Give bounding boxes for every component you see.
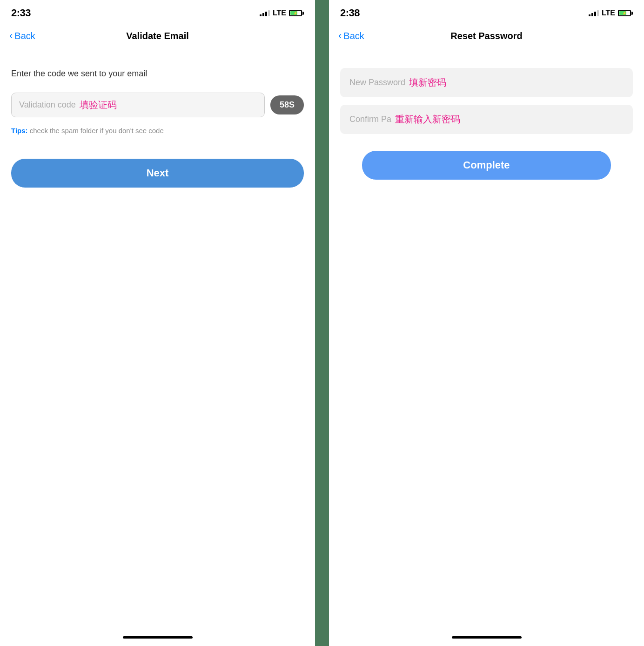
new-password-placeholder: New Password bbox=[349, 78, 405, 87]
back-button-left[interactable]: ‹ Back bbox=[9, 30, 35, 42]
validation-annotation: 填验证码 bbox=[80, 99, 117, 111]
screen-divider bbox=[315, 0, 329, 646]
home-indicator-left bbox=[0, 636, 315, 646]
back-button-right[interactable]: ‹ Back bbox=[338, 30, 364, 42]
new-password-annotation: 填新密码 bbox=[409, 76, 446, 89]
back-label-left: Back bbox=[14, 31, 35, 41]
home-indicator-right bbox=[329, 636, 644, 646]
lte-label-right: LTE bbox=[602, 9, 615, 17]
nav-bar-right: ‹ Back Reset Password bbox=[329, 24, 644, 51]
confirm-password-annotation: 重新输入新密码 bbox=[395, 113, 460, 126]
status-icons-left: LTE ⚡ bbox=[260, 9, 304, 17]
lte-label-left: LTE bbox=[273, 9, 286, 17]
tips-body: check the spam folder if you don't see c… bbox=[28, 127, 164, 135]
tips-label: Tips: bbox=[11, 127, 28, 135]
reset-password-screen: 2:38 LTE ⚡ ‹ Back Reset Password bbox=[329, 0, 644, 646]
nav-title-left: Validate Email bbox=[126, 31, 189, 41]
timer-badge[interactable]: 58S bbox=[270, 95, 304, 114]
confirm-password-placeholder: Confirm Pa bbox=[349, 114, 391, 124]
back-label-right: Back bbox=[343, 31, 364, 41]
validate-email-screen: 2:33 LTE ⚡ ‹ Back Validate Email bbox=[0, 0, 315, 646]
complete-button[interactable]: Complete bbox=[362, 151, 611, 180]
signal-icon-left bbox=[260, 10, 270, 16]
validation-row: Validation code 填验证码 58S bbox=[11, 93, 304, 117]
battery-icon-right: ⚡ bbox=[618, 10, 633, 16]
time-right: 2:38 bbox=[340, 7, 360, 19]
signal-icon-right bbox=[589, 10, 599, 16]
status-bar-right: 2:38 LTE ⚡ bbox=[329, 0, 644, 24]
new-password-input[interactable]: New Password 填新密码 bbox=[340, 68, 633, 97]
home-bar-right bbox=[452, 636, 522, 639]
nav-bar-left: ‹ Back Validate Email bbox=[0, 24, 315, 51]
tips-text: Tips: check the spam folder if you don't… bbox=[11, 127, 304, 135]
content-left: Enter the code we sent to your email Val… bbox=[0, 51, 315, 636]
nav-title-right: Reset Password bbox=[450, 31, 523, 41]
status-icons-right: LTE ⚡ bbox=[589, 9, 633, 17]
back-chevron-left: ‹ bbox=[9, 30, 13, 42]
battery-icon-left: ⚡ bbox=[289, 10, 304, 16]
next-button[interactable]: Next bbox=[11, 159, 304, 188]
back-chevron-right: ‹ bbox=[338, 30, 342, 42]
home-bar-left bbox=[123, 636, 193, 639]
validation-placeholder: Validation code bbox=[19, 100, 76, 110]
validation-code-input[interactable]: Validation code 填验证码 bbox=[11, 93, 265, 117]
instruction-text: Enter the code we sent to your email bbox=[11, 68, 304, 80]
confirm-password-input[interactable]: Confirm Pa 重新输入新密码 bbox=[340, 105, 633, 134]
time-left: 2:33 bbox=[11, 7, 31, 19]
content-right: New Password 填新密码 Confirm Pa 重新输入新密码 Com… bbox=[329, 51, 644, 636]
status-bar-left: 2:33 LTE ⚡ bbox=[0, 0, 315, 24]
